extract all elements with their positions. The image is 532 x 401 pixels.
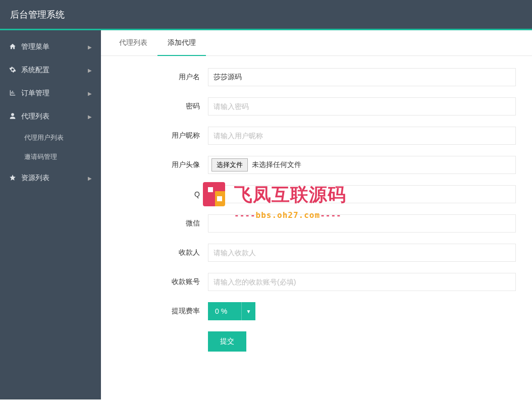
sidebar-item-resource-list[interactable]: 资源列表 ▶ — [0, 166, 101, 190]
star-icon — [9, 174, 17, 183]
tab-agent-list[interactable]: 代理列表 — [109, 30, 157, 55]
wechat-input[interactable] — [208, 214, 516, 233]
choose-file-button[interactable]: 选择文件 — [211, 158, 248, 171]
sidebar-item-system-config[interactable]: 系统配置 ▶ — [0, 59, 101, 82]
sidebar: 管理菜单 ▶ 系统配置 ▶ 订单管理 ▶ — [0, 30, 101, 399]
sidebar-item-label: 订单管理 — [21, 89, 49, 98]
payee-input[interactable] — [208, 244, 516, 262]
sidebar-subitem-invite-code[interactable]: 邀请码管理 — [0, 147, 101, 166]
tab-label: 代理列表 — [119, 38, 147, 46]
nickname-input[interactable] — [208, 127, 516, 145]
app-header: 后台管理系统 — [0, 0, 532, 30]
form-row-nickname: 用户昵称 — [117, 127, 516, 145]
label-qq: Q — [117, 190, 208, 198]
label-payee: 收款人 — [117, 248, 208, 257]
chevron-right-icon: ▶ — [88, 91, 92, 96]
main-container: 管理菜单 ▶ 系统配置 ▶ 订单管理 ▶ — [0, 30, 532, 399]
chevron-right-icon: ▶ — [88, 44, 92, 50]
chevron-right-icon: ▶ — [88, 114, 92, 120]
sidebar-subitem-label: 邀请码管理 — [24, 153, 57, 160]
form-row-submit: 提交 — [117, 331, 516, 352]
sidebar-item-label: 管理菜单 — [21, 42, 49, 51]
qq-input[interactable] — [208, 185, 516, 203]
rate-select[interactable]: 0 % ▼ — [208, 302, 255, 320]
tabs: 代理列表 添加代理 — [101, 30, 532, 56]
form-row-rate: 提现费率 0 % ▼ — [117, 302, 516, 320]
sidebar-item-label: 代理列表 — [21, 112, 49, 121]
avatar-file-input[interactable]: 选择文件 未选择任何文件 — [208, 156, 516, 174]
form-row-password: 密码 — [117, 97, 516, 116]
tab-add-agent[interactable]: 添加代理 — [157, 30, 206, 55]
label-username: 用户名 — [117, 73, 208, 82]
sidebar-item-label: 系统配置 — [21, 66, 49, 75]
tab-label: 添加代理 — [168, 38, 196, 46]
chevron-down-icon: ▼ — [241, 302, 255, 320]
account-input[interactable] — [208, 273, 516, 291]
file-status-text: 未选择任何文件 — [252, 160, 301, 169]
form-area: 用户名 密码 用户昵称 用户头像 — [101, 56, 532, 375]
gears-icon — [9, 66, 17, 75]
form-row-qq: Q — [117, 185, 516, 203]
sidebar-item-agent-list[interactable]: 代理列表 ▶ — [0, 105, 101, 128]
label-nickname: 用户昵称 — [117, 131, 208, 140]
password-input[interactable] — [208, 97, 516, 116]
username-input[interactable] — [208, 68, 516, 86]
form-row-username: 用户名 — [117, 68, 516, 86]
sidebar-item-order-manage[interactable]: 订单管理 ▶ — [0, 82, 101, 105]
sidebar-subitem-label: 代理用户列表 — [24, 134, 64, 141]
rate-value: 0 % — [215, 307, 227, 315]
label-wechat: 微信 — [117, 219, 208, 228]
form-row-wechat: 微信 — [117, 214, 516, 233]
label-password: 密码 — [117, 102, 208, 111]
home-icon — [9, 43, 17, 51]
submit-button[interactable]: 提交 — [208, 331, 246, 352]
form-row-account: 收款账号 — [117, 273, 516, 291]
chevron-right-icon: ▶ — [88, 68, 92, 73]
sidebar-item-label: 资源列表 — [21, 174, 49, 183]
app-title: 后台管理系统 — [10, 9, 65, 21]
label-rate: 提现费率 — [117, 307, 208, 316]
main-content: 代理列表 添加代理 用户名 密码 用 — [101, 30, 532, 399]
form-row-avatar: 用户头像 选择文件 未选择任何文件 — [117, 156, 516, 174]
label-avatar: 用户头像 — [117, 160, 208, 169]
sidebar-subitem-agent-user-list[interactable]: 代理用户列表 — [0, 128, 101, 147]
chart-icon — [9, 89, 17, 98]
form-row-payee: 收款人 — [117, 244, 516, 262]
user-icon — [9, 112, 17, 121]
label-account: 收款账号 — [117, 277, 208, 287]
sidebar-item-admin-menu[interactable]: 管理菜单 ▶ — [0, 35, 101, 59]
chevron-right-icon: ▶ — [88, 176, 92, 181]
